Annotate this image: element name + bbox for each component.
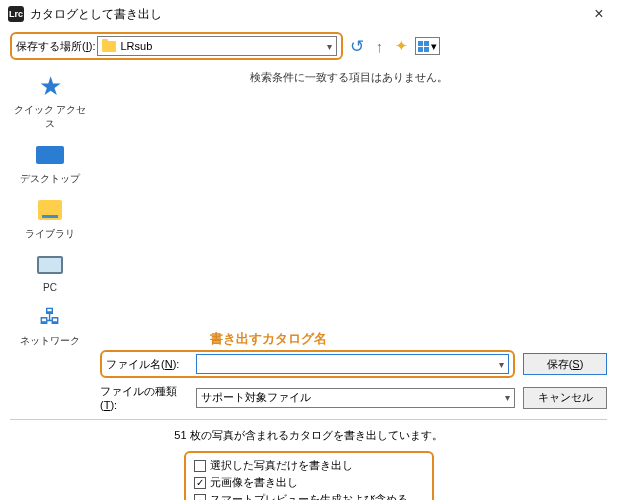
cancel-button[interactable]: キャンセル bbox=[523, 387, 607, 409]
location-highlight: 保存する場所(I): LRsub ▾ bbox=[10, 32, 343, 60]
sidebar-item-label: ネットワーク bbox=[20, 334, 80, 348]
sidebar-item-pc[interactable]: PC bbox=[34, 251, 66, 293]
checkbox-icon[interactable] bbox=[194, 460, 206, 472]
filename-highlight: ファイル名(N): ▾ bbox=[100, 350, 515, 378]
sidebar-item-label: クイック アクセス bbox=[10, 103, 90, 131]
sidebar-item-label: デスクトップ bbox=[20, 172, 80, 186]
option-export-selected-only[interactable]: 選択した写真だけを書き出し bbox=[194, 457, 424, 474]
back-icon[interactable]: ↺ bbox=[349, 38, 365, 54]
sidebar-item-desktop[interactable]: デスクトップ bbox=[20, 141, 80, 186]
location-label: 保存する場所(I): bbox=[16, 39, 95, 54]
location-dropdown[interactable]: LRsub ▾ bbox=[97, 36, 337, 56]
filename-row: ファイル名(N): ▾ 保存(S) bbox=[100, 350, 607, 378]
file-explorer: ★ クイック アクセス デスクトップ ライブラリ PC 🖧 ネットワーク 検索条… bbox=[10, 66, 607, 326]
chevron-down-icon: ▾ bbox=[327, 41, 332, 52]
option-export-originals[interactable]: 元画像を書き出し bbox=[194, 474, 424, 491]
divider bbox=[10, 419, 607, 420]
option-label: 元画像を書き出し bbox=[210, 475, 298, 490]
filetype-row: ファイルの種類(T): サポート対象ファイル ▾ キャンセル bbox=[100, 384, 607, 411]
places-sidebar: ★ クイック アクセス デスクトップ ライブラリ PC 🖧 ネットワーク bbox=[10, 66, 90, 326]
sidebar-item-quick-access[interactable]: ★ クイック アクセス bbox=[10, 72, 90, 131]
pc-icon bbox=[37, 256, 63, 274]
filetype-label: ファイルの種類(T): bbox=[100, 384, 188, 411]
sidebar-item-label: PC bbox=[34, 282, 66, 293]
desktop-icon bbox=[36, 146, 64, 164]
filename-label: ファイル名(N): bbox=[106, 357, 188, 372]
summary-text: 51 枚の写真が含まれるカタログを書き出しています。 bbox=[10, 428, 607, 443]
sidebar-item-network[interactable]: 🖧 ネットワーク bbox=[20, 303, 80, 348]
sidebar-item-libraries[interactable]: ライブラリ bbox=[25, 196, 75, 241]
title-bar: Lrc カタログとして書き出し × bbox=[0, 0, 617, 28]
chevron-down-icon: ▾ bbox=[431, 40, 437, 53]
star-icon: ★ bbox=[39, 71, 62, 102]
window-title: カタログとして書き出し bbox=[30, 6, 589, 23]
folder-icon bbox=[102, 41, 116, 52]
export-options-highlight: 選択した写真だけを書き出し 元画像を書き出し スマートプレビューを生成および含め… bbox=[184, 451, 434, 500]
location-row: 保存する場所(I): LRsub ▾ ↺ ↑ ✦ ▾ bbox=[10, 32, 607, 60]
save-button[interactable]: 保存(S) bbox=[523, 353, 607, 375]
sidebar-item-label: ライブラリ bbox=[25, 227, 75, 241]
new-folder-icon[interactable]: ✦ bbox=[393, 38, 409, 54]
option-build-smart-previews[interactable]: スマートプレビューを生成および含める bbox=[194, 491, 424, 500]
location-folder-name: LRsub bbox=[120, 40, 323, 52]
file-list-area[interactable]: 検索条件に一致する項目はありません。 bbox=[90, 66, 607, 326]
empty-message: 検索条件に一致する項目はありません。 bbox=[91, 66, 607, 85]
option-label: スマートプレビューを生成および含める bbox=[210, 492, 408, 500]
filetype-dropdown[interactable]: サポート対象ファイル ▾ bbox=[196, 388, 515, 408]
annotation-label: 書き出すカタログ名 bbox=[210, 330, 607, 348]
checkbox-icon[interactable] bbox=[194, 494, 206, 501]
chevron-down-icon: ▾ bbox=[499, 359, 504, 370]
view-menu-button[interactable]: ▾ bbox=[415, 37, 440, 55]
checkbox-icon[interactable] bbox=[194, 477, 206, 489]
up-icon[interactable]: ↑ bbox=[371, 38, 387, 54]
filename-input[interactable]: ▾ bbox=[196, 354, 509, 374]
app-icon: Lrc bbox=[8, 6, 24, 22]
nav-icons: ↺ ↑ ✦ ▾ bbox=[349, 37, 440, 55]
close-icon[interactable]: × bbox=[589, 5, 609, 23]
option-label: 選択した写真だけを書き出し bbox=[210, 458, 353, 473]
chevron-down-icon: ▾ bbox=[505, 392, 510, 403]
view-grid-icon bbox=[418, 41, 429, 52]
filetype-value: サポート対象ファイル bbox=[201, 390, 505, 405]
network-icon: 🖧 bbox=[39, 304, 61, 330]
libraries-icon bbox=[38, 200, 62, 220]
